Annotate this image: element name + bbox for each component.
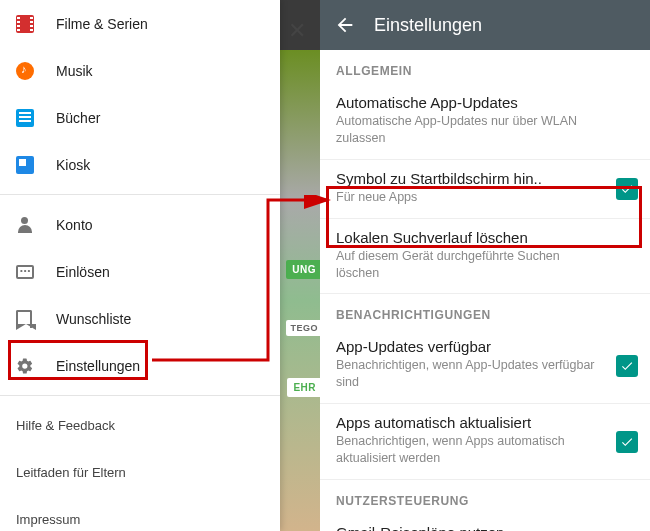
- drawer-item-label: Einstellungen: [56, 358, 140, 374]
- drawer-item-books[interactable]: Bücher: [0, 94, 280, 141]
- section-header-user-control: NUTZERSTEUERUNG: [320, 480, 650, 514]
- divider: [0, 395, 280, 396]
- check-icon: [620, 359, 634, 373]
- setting-subtitle: Auf diesem Gerät durchgeführte Suchen lö…: [336, 248, 598, 282]
- setting-title: Gmail-Reisepläne nutzen: [336, 524, 598, 531]
- setting-subtitle: Automatische App-Updates nur über WLAN z…: [336, 113, 598, 147]
- check-icon: [620, 182, 634, 196]
- drawer-item-imprint[interactable]: Impressum: [0, 496, 280, 531]
- drawer-item-label: Wunschliste: [56, 311, 131, 327]
- setting-updates-available[interactable]: App-Updates verfügbar Benachrichtigen, w…: [320, 328, 650, 404]
- drawer-item-label: Filme & Serien: [56, 16, 148, 32]
- drawer-item-kiosk[interactable]: Kiosk: [0, 141, 280, 188]
- drawer-item-label: Musik: [56, 63, 93, 79]
- section-header-notifications: BENACHRICHTIGUNGEN: [320, 294, 650, 328]
- drawer-item-redeem[interactable]: Einlösen: [0, 248, 280, 295]
- check-icon: [620, 435, 634, 449]
- divider: [0, 194, 280, 195]
- drawer-item-parent-guide[interactable]: Leitfaden für Eltern: [0, 449, 280, 496]
- settings-scroll[interactable]: ALLGEMEIN Automatische App-Updates Autom…: [320, 50, 650, 531]
- gear-icon: [16, 357, 56, 375]
- setting-gmail-travel-plans[interactable]: Gmail-Reisepläne nutzen Empfehlungen dur…: [320, 514, 650, 531]
- wishlist-icon: [16, 310, 56, 328]
- drawer-item-label: Kiosk: [56, 157, 90, 173]
- setting-add-homescreen-icon[interactable]: Symbol zu Startbildschirm hin.. Für neue…: [320, 160, 650, 219]
- settings-panel: Einstellungen ALLGEMEIN Automatische App…: [320, 0, 650, 531]
- kiosk-icon: [16, 156, 56, 174]
- music-icon: [16, 62, 56, 80]
- app-bar: Einstellungen: [320, 0, 650, 50]
- badge-ehr: EHR: [287, 378, 320, 397]
- setting-title: Symbol zu Startbildschirm hin..: [336, 170, 598, 187]
- setting-title: Apps automatisch aktualisiert: [336, 414, 598, 431]
- navigation-drawer: Filme & Serien Musik Bücher Kiosk Konto: [0, 0, 280, 531]
- checkbox-checked[interactable]: [616, 355, 638, 377]
- badge-teg: TEGO: [286, 320, 320, 336]
- setting-subtitle: Benachrichtigen, wenn App-Updates verfüg…: [336, 357, 598, 391]
- setting-title: App-Updates verfügbar: [336, 338, 598, 355]
- drawer-item-label: Einlösen: [56, 264, 110, 280]
- setting-subtitle: Benachrichtigen, wenn Apps automatisch a…: [336, 433, 598, 467]
- drawer-item-movies[interactable]: Filme & Serien: [0, 0, 280, 47]
- section-header-general: ALLGEMEIN: [320, 50, 650, 84]
- film-icon: [16, 15, 56, 33]
- close-icon[interactable]: ✕: [288, 18, 306, 44]
- setting-apps-auto-updated[interactable]: Apps automatisch aktualisiert Benachrich…: [320, 404, 650, 480]
- drawer-item-music[interactable]: Musik: [0, 47, 280, 94]
- setting-clear-local-search[interactable]: Lokalen Suchverlauf löschen Auf diesem G…: [320, 219, 650, 295]
- book-icon: [16, 109, 56, 127]
- setting-title: Automatische App-Updates: [336, 94, 598, 111]
- drawer-item-label: Bücher: [56, 110, 100, 126]
- drawer-item-help[interactable]: Hilfe & Feedback: [0, 402, 280, 449]
- redeem-icon: [16, 265, 56, 279]
- setting-auto-updates[interactable]: Automatische App-Updates Automatische Ap…: [320, 84, 650, 160]
- badge-ung: UNG: [286, 260, 320, 279]
- background-store-strip: ✕ UNG TEGO EHR: [280, 0, 320, 531]
- drawer-item-wishlist[interactable]: Wunschliste: [0, 295, 280, 342]
- drawer-item-settings[interactable]: Einstellungen: [0, 342, 280, 389]
- arrow-back-icon: [334, 14, 356, 36]
- back-button[interactable]: [334, 14, 356, 36]
- app-bar-title: Einstellungen: [374, 15, 482, 36]
- drawer-item-label: Konto: [56, 217, 93, 233]
- checkbox-checked[interactable]: [616, 178, 638, 200]
- checkbox-checked[interactable]: [616, 431, 638, 453]
- setting-subtitle: Für neue Apps: [336, 189, 598, 206]
- drawer-item-account[interactable]: Konto: [0, 201, 280, 248]
- person-icon: [16, 216, 56, 234]
- setting-title: Lokalen Suchverlauf löschen: [336, 229, 598, 246]
